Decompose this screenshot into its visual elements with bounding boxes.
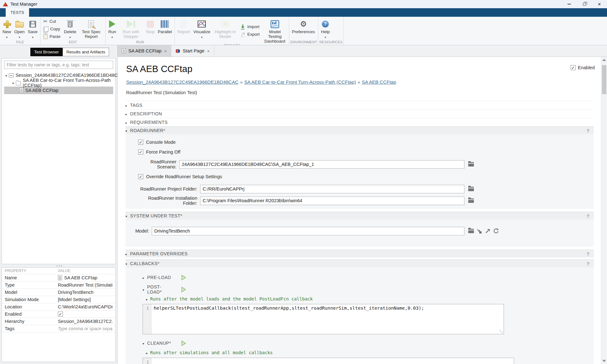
run-preload-button[interactable] [181,275,187,281]
help-button[interactable]: Help [319,17,331,40]
paste-button[interactable]: Paste [43,33,61,39]
browse-folder-icon[interactable] [468,162,474,167]
tab-test-browser[interactable]: Test Browser [30,48,63,56]
delete-button[interactable]: Delete [62,17,78,40]
table-row-simulation-mode: Simulation Mode [Model Settings] [2,296,115,303]
breadcrumb-session-link[interactable]: Session_24A9643B127C2C49EA1966DE1BD48CAC [126,79,238,85]
section-roadrunner-header[interactable]: ROADRUNNER* [126,126,594,134]
copy-button[interactable]: Copy [43,26,61,32]
chevron-expanded-icon[interactable] [5,73,7,78]
open-model-icon[interactable] [485,228,490,234]
highlight-in-model-button[interactable]: Highlight in Model [212,17,238,44]
section-callbacks-content: PRE-LOAD POST-LOAD* [126,267,594,364]
close-tab-icon[interactable] [164,48,167,53]
help-icon[interactable] [586,128,590,133]
cleanup-header[interactable]: CLEANUP* [143,339,594,347]
tab-tests[interactable]: TESTS [6,8,29,17]
enabled-checkbox[interactable] [571,65,576,70]
table-row-location: Location C:\Work\24a\EuroNCAP\Dri... [2,303,115,311]
vertical-scrollbar[interactable] [601,57,607,364]
open-button[interactable]: Open [13,17,26,40]
force-pacing-checkbox[interactable] [138,149,143,155]
report-button[interactable]: Report [176,17,192,44]
tags-input[interactable] [58,326,113,331]
section-parameter-overrides-header[interactable]: PARAMETER OVERRIDES [126,250,594,258]
doc-tab-start-page[interactable]: Start Page [171,45,214,57]
help-icon[interactable] [586,251,590,257]
chevron-expanded-icon [126,261,127,266]
import-button[interactable]: Import [240,24,260,30]
page-title: SA AEB CCFtap [126,64,601,74]
tab-results-and-artifacts[interactable]: Results and Artifacts [63,48,109,56]
section-system-under-test-header[interactable]: SYSTEM UNDER TEST* [126,212,594,220]
section-callbacks-header[interactable]: CALLBACKS* [126,259,594,267]
doc-tab-testcase[interactable]: SA AEB CCFtap [118,45,171,57]
section-tags[interactable]: TAGS [126,101,594,109]
folder-icon [16,82,21,85]
browse-folder-icon[interactable] [468,198,474,203]
breadcrumb-suite-link[interactable]: SA AEB Car-to-Car Front Turn-Across-Path… [244,79,356,85]
restore-button[interactable] [577,0,592,8]
breadcrumb-separator: » [358,79,360,85]
table-row-model: Model DrivingTestBench [2,289,115,296]
resize-grip-icon[interactable] [500,330,503,333]
override-settings-checkbox[interactable] [138,174,143,179]
section-requirements[interactable]: REQUIREMENTS [126,118,594,126]
section-description[interactable]: DESCRIPTION [126,109,594,118]
cleanup-code-editor[interactable]: 1 2 testType = "SA AEB CCFtap"; helperSL… [143,358,514,364]
enabled-property-checkbox[interactable] [58,312,63,317]
new-button[interactable]: New [1,17,13,40]
model-testing-dashboard-button[interactable]: Model Testing Dashboard [261,17,288,44]
stop-button[interactable]: Stop [144,17,156,40]
table-row-hierarchy: Hierarchy Session_24A9643B127C2... [2,318,115,325]
save-button[interactable]: Save [26,17,39,40]
cleanup-description[interactable]: Runs after simulations and all model cal… [146,349,594,356]
postload-header[interactable]: POST-LOAD* [143,286,594,293]
cleanup-code[interactable]: testType = "SA AEB CCFtap"; helperSLTest… [151,358,514,364]
tree-item-suite[interactable]: SA AEB Car-to-Car Front Turn-Across-Path… [4,79,113,87]
line-numbers: 1 2 [143,358,151,364]
install-folder-input[interactable] [200,197,464,205]
breadcrumb-testcase-link[interactable]: SA AEB CCFtap [362,79,396,85]
table-row-type: Type RoadRunner Test (Simulati... [2,282,115,289]
cut-button[interactable]: Cut [43,18,61,24]
run-with-stepper-button[interactable]: Run with Stepper [118,17,144,40]
export-button[interactable]: Export [240,31,260,38]
parallel-button[interactable]: Parallel [156,17,174,40]
refresh-icon[interactable] [493,228,499,234]
console-mode-checkbox[interactable] [138,140,143,145]
help-icon[interactable] [586,261,590,266]
run-button[interactable]: Run [107,17,118,40]
visualize-button[interactable]: Visualize [192,17,212,44]
browse-folder-icon[interactable] [468,187,474,191]
model-input[interactable] [152,227,464,235]
test-manager-window: Test Manager TESTS New Open [0,0,607,364]
postload-description[interactable]: Runs after the model loads and the model… [146,296,594,302]
test-spec-report-button[interactable]: Test Spec Report [78,17,104,40]
preload-header[interactable]: PRE-LOAD [143,274,594,281]
panel-splitter[interactable] [2,264,116,267]
chevron-down-icon [19,34,20,39]
project-folder-input[interactable] [200,185,464,193]
chevron-expanded-icon[interactable] [12,80,14,85]
help-icon[interactable] [586,213,590,219]
scroll-down-icon[interactable] [602,360,606,362]
scroll-up-icon[interactable] [602,59,606,61]
close-tab-icon[interactable] [207,48,210,53]
close-button[interactable] [592,0,607,8]
preferences-button[interactable]: Preferences [290,17,316,40]
scenario-input[interactable] [179,160,464,169]
minimize-button[interactable] [561,0,577,8]
import-icon [240,24,245,30]
postload-code-editor[interactable]: 1 helperSLTestPostLoadCallback(sltest_ro… [143,304,504,334]
group-label-file: FILE [1,40,39,45]
pencil-icon [92,25,96,31]
use-current-model-icon[interactable] [477,228,482,234]
filter-tests-input[interactable] [4,61,113,69]
browse-model-icon[interactable] [468,229,474,233]
group-label-edit: EDIT [41,40,105,45]
scrollbar-thumb[interactable] [602,65,606,94]
run-postload-button[interactable] [181,287,187,293]
postload-code[interactable]: helperSLTestPostLoadCallback(sltest_road… [151,304,504,334]
run-cleanup-button[interactable] [181,340,187,346]
